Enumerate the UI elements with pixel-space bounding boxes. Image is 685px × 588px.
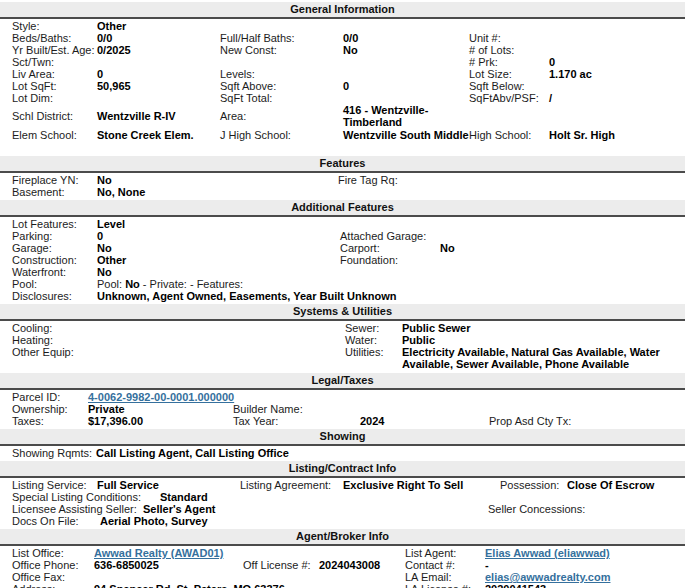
utilities-label: Utilities: bbox=[345, 346, 384, 358]
fireplace-yn-value: No bbox=[97, 174, 112, 186]
lot-features-label: Lot Features: bbox=[12, 218, 77, 230]
la-license-value: 2020041543 bbox=[485, 583, 546, 588]
list-agent-label: List Agent: bbox=[405, 547, 456, 559]
sewer-value: Public Sewer bbox=[402, 322, 470, 334]
j-high-school-value: Wentzville South Middle bbox=[343, 129, 478, 141]
row-parking: Parking: 0 Attached Garage: bbox=[0, 230, 685, 242]
listing-service-label: Listing Service: bbox=[12, 479, 87, 491]
row-ownership: Ownership: Private Builder Name: bbox=[0, 403, 685, 415]
licensee-assisting-seller-value: Seller's Agent bbox=[143, 503, 216, 515]
water-value: Public bbox=[402, 334, 435, 346]
pool-label: Pool: bbox=[12, 278, 37, 290]
licensee-assisting-seller-label: Licensee Assisting Seller: bbox=[12, 503, 137, 515]
row-garage: Garage: No Carport: No bbox=[0, 242, 685, 254]
style-label: Style: bbox=[12, 20, 40, 32]
parcel-id-link[interactable]: 4-0062-9982-00-0001.000000 bbox=[88, 391, 234, 403]
schl-district-label: Schl District: bbox=[12, 110, 73, 122]
row-sct-twn: Sct/Twn: # Prk: 0 bbox=[0, 56, 685, 68]
off-license-value: 2024043008 bbox=[319, 559, 380, 571]
row-waterfront: Waterfront: No bbox=[0, 266, 685, 278]
row-address: Address: 94 Spencer Rd, St. Peters, MO 6… bbox=[0, 583, 685, 588]
sewer-label: Sewer: bbox=[345, 322, 379, 334]
special-listing-conditions-label: Special Listing Conditions: bbox=[12, 491, 141, 503]
list-office-label: List Office: bbox=[12, 547, 64, 559]
foundation-label: Foundation: bbox=[340, 254, 398, 266]
levels-label: Levels: bbox=[220, 68, 255, 80]
ownership-label: Ownership: bbox=[12, 403, 68, 415]
sqftabv-psf-label: SqFtAbv/PSF: bbox=[469, 92, 539, 104]
section-header-showing: Showing bbox=[0, 429, 685, 446]
row-equip-utilities: Other Equip: Utilities: Electricity Avai… bbox=[0, 346, 685, 371]
lot-sqft-label: Lot SqFt: bbox=[12, 80, 57, 92]
row-yr-built: Yr Built/Est. Age: 0/2025 New Const: No … bbox=[0, 44, 685, 56]
prop-asd-cty-tx-label: Prop Asd Cty Tx: bbox=[489, 415, 571, 427]
contact-number-value: - bbox=[485, 559, 489, 571]
taxes-label: Taxes: bbox=[12, 415, 44, 427]
schl-district-value: Wentzville R-IV bbox=[97, 110, 176, 122]
row-pool: Pool: Pool: No - Private: - Features: bbox=[0, 278, 685, 290]
sqft-above-value: 0 bbox=[343, 80, 349, 92]
office-phone-value: 636-6850025 bbox=[94, 559, 159, 571]
carport-value: No bbox=[440, 242, 455, 254]
beds-baths-label: Beds/Baths: bbox=[12, 32, 71, 44]
pool-value: Pool: No - Private: - Features: bbox=[97, 278, 243, 290]
showing-rqmts-value: Call Listing Agent, Call Listing Office bbox=[96, 447, 289, 459]
address-label: Address: bbox=[12, 583, 55, 588]
la-email-link[interactable]: elias@awwadrealty.com bbox=[485, 571, 610, 583]
beds-baths-value: 0/0 bbox=[97, 32, 112, 44]
row-lot-features: Lot Features: Level bbox=[0, 218, 685, 230]
liv-area-label: Liv Area: bbox=[12, 68, 55, 80]
row-disclosures: Disclosures: Unknown, Agent Owned, Easem… bbox=[0, 290, 685, 302]
num-prk-label: # Prk: bbox=[469, 56, 498, 68]
docs-on-file-value: Aerial Photo, Survey bbox=[100, 515, 208, 527]
sct-twn-label: Sct/Twn: bbox=[12, 56, 54, 68]
list-agent-link[interactable]: Elias Awwad (eliawwad) bbox=[485, 547, 610, 559]
cooling-label: Cooling: bbox=[12, 322, 52, 334]
row-lot-dim: Lot Dim: SqFt Total: SqFtAbv/PSF: / bbox=[0, 92, 685, 104]
disclosures-value: Unknown, Agent Owned, Easements, Year Bu… bbox=[97, 290, 397, 302]
full-half-baths-label: Full/Half Baths: bbox=[220, 32, 295, 44]
basement-value: No, None bbox=[97, 186, 145, 198]
row-docs-on-file: Docs On File: Aerial Photo, Survey bbox=[0, 515, 685, 527]
contact-number-label: Contact #: bbox=[405, 559, 455, 571]
listing-service-value: Full Service bbox=[97, 479, 159, 491]
row-list-office: List Office: Awwad Realty (AWAD01) List … bbox=[0, 547, 685, 559]
row-basement: Basement: No, None bbox=[0, 186, 685, 198]
lot-size-label: Lot Size: bbox=[469, 68, 512, 80]
elem-school-value: Stone Creek Elem. bbox=[97, 129, 194, 141]
style-value: Other bbox=[97, 20, 126, 32]
seller-concessions-label: Seller Concessions: bbox=[488, 503, 585, 515]
row-cooling-sewer: Cooling: Sewer: Public Sewer bbox=[0, 322, 685, 334]
office-phone-label: Office Phone: bbox=[12, 559, 78, 571]
yr-built-age-label: Yr Built/Est. Age: bbox=[12, 44, 95, 56]
row-construction: Construction: Other Foundation: bbox=[0, 254, 685, 266]
row-special-listing-conditions: Special Listing Conditions: Standard bbox=[0, 491, 685, 503]
construction-value: Other bbox=[97, 254, 126, 266]
sqftabv-psf-value: / bbox=[549, 92, 552, 104]
area-label: Area: bbox=[220, 110, 246, 122]
row-fireplace: Fireplace YN: No Fire Tag Rq: bbox=[0, 174, 685, 186]
high-school-value: Holt Sr. High bbox=[549, 129, 615, 141]
lot-size-value: 1.170 ac bbox=[549, 68, 592, 80]
construction-label: Construction: bbox=[12, 254, 77, 266]
section-header-features: Features bbox=[0, 156, 685, 173]
other-equip-label: Other Equip: bbox=[12, 346, 74, 358]
row-listing-service: Listing Service: Full Service Listing Ag… bbox=[0, 479, 685, 491]
special-listing-conditions-value: Standard bbox=[160, 491, 208, 503]
parking-label: Parking: bbox=[12, 230, 52, 242]
listing-agreement-value: Exclusive Right To Sell bbox=[343, 479, 463, 491]
sqft-above-label: Sqft Above: bbox=[220, 80, 276, 92]
new-const-label: New Const: bbox=[220, 44, 277, 56]
basement-label: Basement: bbox=[12, 186, 65, 198]
row-liv-area: Liv Area: 0 Levels: Lot Size: 1.170 ac bbox=[0, 68, 685, 80]
parking-value: 0 bbox=[97, 230, 103, 242]
taxes-value: $17,396.00 bbox=[88, 415, 143, 427]
row-parcel-id: Parcel ID: 4-0062-9982-00-0001.000000 bbox=[0, 391, 685, 403]
list-office-link[interactable]: Awwad Realty (AWAD01) bbox=[94, 547, 223, 559]
builder-name-label: Builder Name: bbox=[233, 403, 303, 415]
section-systems-utilities: Cooling: Sewer: Public Sewer Heating: Wa… bbox=[0, 322, 685, 371]
garage-label: Garage: bbox=[12, 242, 52, 254]
row-showing-rqmts: Showing Rqmts:Call Listing Agent, Call L… bbox=[0, 447, 685, 459]
possession-value: Close Of Escrow bbox=[567, 479, 654, 491]
waterfront-label: Waterfront: bbox=[12, 266, 66, 278]
